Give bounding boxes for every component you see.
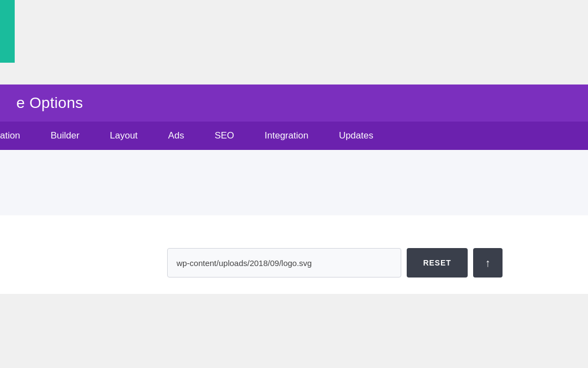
logo-url-input[interactable] [167,248,401,277]
nav-bar: ation Builder Layout Ads SEO Integration… [0,122,588,150]
tab-updates[interactable]: Updates [323,122,388,150]
top-area [0,0,588,85]
tab-ads[interactable]: Ads [153,122,199,150]
header-bar: e Options [0,85,588,122]
reset-button[interactable]: RESET [407,248,468,277]
tab-integration[interactable]: Integration [249,122,323,150]
upload-button[interactable]: ↑ [473,248,503,277]
tab-ation[interactable]: ation [0,122,35,150]
page-title: e Options [16,94,83,111]
teal-accent-block [0,0,15,63]
white-section: RESET ↑ [0,215,588,294]
content-area [0,150,588,215]
logo-input-row: RESET ↑ [167,248,503,277]
tab-builder[interactable]: Builder [35,122,95,150]
tab-seo[interactable]: SEO [199,122,249,150]
upload-icon: ↑ [485,257,491,269]
tab-layout[interactable]: Layout [95,122,153,150]
